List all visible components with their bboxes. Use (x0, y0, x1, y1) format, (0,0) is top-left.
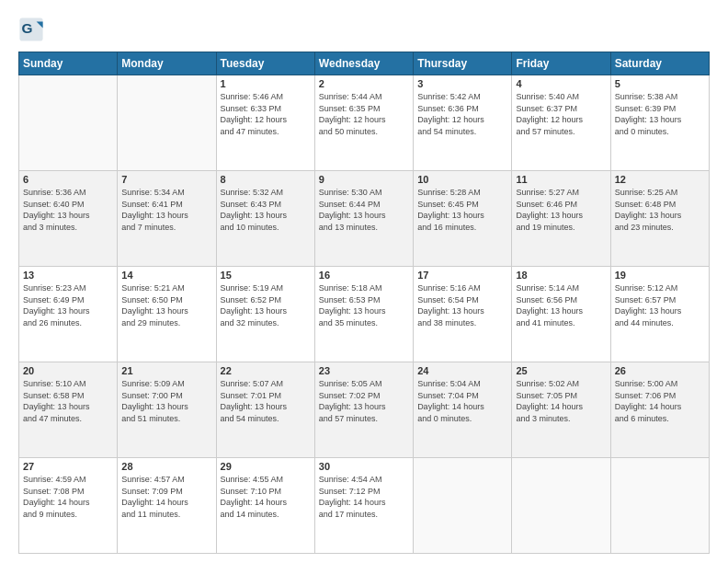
day-detail: Sunrise: 5:21 AMSunset: 6:50 PMDaylight:… (121, 282, 211, 328)
calendar-cell: 30Sunrise: 4:54 AMSunset: 7:12 PMDayligh… (314, 458, 413, 554)
svg-text:G: G (22, 20, 33, 36)
day-number: 22 (221, 365, 311, 376)
calendar-cell: 23Sunrise: 5:05 AMSunset: 7:02 PMDayligh… (314, 362, 413, 458)
calendar-cell: 9Sunrise: 5:30 AMSunset: 6:44 PMDaylight… (314, 171, 413, 267)
logo: G (18, 17, 48, 42)
calendar-cell: 5Sunrise: 5:38 AMSunset: 6:39 PMDaylight… (610, 75, 709, 171)
calendar-cell: 17Sunrise: 5:16 AMSunset: 6:54 PMDayligh… (414, 267, 512, 362)
calendar-cell: 11Sunrise: 5:27 AMSunset: 6:46 PMDayligh… (512, 171, 610, 267)
calendar-cell: 21Sunrise: 5:09 AMSunset: 7:00 PMDayligh… (118, 362, 216, 458)
calendar-cell: 15Sunrise: 5:19 AMSunset: 6:52 PMDayligh… (216, 267, 314, 362)
calendar-cell: 8Sunrise: 5:32 AMSunset: 6:43 PMDaylight… (216, 171, 314, 267)
day-detail: Sunrise: 5:38 AMSunset: 6:39 PMDaylight:… (615, 91, 705, 137)
day-detail: Sunrise: 4:59 AMSunset: 7:08 PMDaylight:… (23, 474, 113, 520)
header: G (18, 17, 710, 42)
day-number: 25 (516, 365, 606, 376)
day-detail: Sunrise: 4:55 AMSunset: 7:10 PMDaylight:… (221, 474, 311, 520)
day-number: 30 (319, 461, 409, 472)
calendar-header-saturday: Saturday (610, 52, 709, 75)
calendar-cell: 20Sunrise: 5:10 AMSunset: 6:58 PMDayligh… (19, 362, 118, 458)
calendar-header-monday: Monday (118, 52, 216, 75)
day-detail: Sunrise: 4:57 AMSunset: 7:09 PMDaylight:… (121, 474, 211, 520)
day-detail: Sunrise: 5:05 AMSunset: 7:02 PMDaylight:… (319, 378, 409, 424)
calendar-header-row: SundayMondayTuesdayWednesdayThursdayFrid… (19, 52, 710, 75)
day-number: 9 (319, 174, 409, 185)
day-number: 14 (121, 270, 211, 281)
calendar-cell: 26Sunrise: 5:00 AMSunset: 7:06 PMDayligh… (610, 362, 709, 458)
calendar-week-row: 1Sunrise: 5:46 AMSunset: 6:33 PMDaylight… (19, 75, 710, 171)
day-number: 18 (516, 270, 606, 281)
day-detail: Sunrise: 5:34 AMSunset: 6:41 PMDaylight:… (121, 187, 211, 233)
day-detail: Sunrise: 5:42 AMSunset: 6:36 PMDaylight:… (417, 91, 507, 137)
day-number: 17 (417, 270, 507, 281)
calendar-cell: 28Sunrise: 4:57 AMSunset: 7:09 PMDayligh… (118, 458, 216, 554)
day-detail: Sunrise: 5:46 AMSunset: 6:33 PMDaylight:… (221, 91, 311, 137)
calendar-week-row: 27Sunrise: 4:59 AMSunset: 7:08 PMDayligh… (19, 458, 710, 554)
day-detail: Sunrise: 5:36 AMSunset: 6:40 PMDaylight:… (23, 187, 113, 233)
calendar-cell: 13Sunrise: 5:23 AMSunset: 6:49 PMDayligh… (19, 267, 118, 362)
calendar-table: SundayMondayTuesdayWednesdayThursdayFrid… (18, 52, 710, 554)
day-detail: Sunrise: 5:18 AMSunset: 6:53 PMDaylight:… (319, 282, 409, 328)
day-detail: Sunrise: 5:09 AMSunset: 7:00 PMDaylight:… (121, 378, 211, 424)
day-number: 15 (221, 270, 311, 281)
calendar-cell: 1Sunrise: 5:46 AMSunset: 6:33 PMDaylight… (216, 75, 314, 171)
day-number: 8 (221, 174, 311, 185)
day-number: 24 (417, 365, 507, 376)
calendar-cell: 6Sunrise: 5:36 AMSunset: 6:40 PMDaylight… (19, 171, 118, 267)
day-detail: Sunrise: 5:28 AMSunset: 6:45 PMDaylight:… (417, 187, 507, 233)
calendar-week-row: 20Sunrise: 5:10 AMSunset: 6:58 PMDayligh… (19, 362, 710, 458)
calendar-week-row: 6Sunrise: 5:36 AMSunset: 6:40 PMDaylight… (19, 171, 710, 267)
day-number: 12 (615, 174, 705, 185)
calendar-cell: 4Sunrise: 5:40 AMSunset: 6:37 PMDaylight… (512, 75, 610, 171)
calendar-cell: 22Sunrise: 5:07 AMSunset: 7:01 PMDayligh… (216, 362, 314, 458)
calendar-cell: 29Sunrise: 4:55 AMSunset: 7:10 PMDayligh… (216, 458, 314, 554)
calendar-cell (118, 75, 216, 171)
day-number: 13 (23, 270, 113, 281)
day-detail: Sunrise: 5:23 AMSunset: 6:49 PMDaylight:… (23, 282, 113, 328)
calendar-week-row: 13Sunrise: 5:23 AMSunset: 6:49 PMDayligh… (19, 267, 710, 362)
day-number: 28 (121, 461, 211, 472)
day-number: 10 (417, 174, 507, 185)
calendar-cell (414, 458, 512, 554)
day-number: 23 (319, 365, 409, 376)
day-detail: Sunrise: 5:14 AMSunset: 6:56 PMDaylight:… (516, 282, 606, 328)
calendar-cell: 27Sunrise: 4:59 AMSunset: 7:08 PMDayligh… (19, 458, 118, 554)
day-detail: Sunrise: 5:00 AMSunset: 7:06 PMDaylight:… (615, 378, 705, 424)
calendar-cell: 24Sunrise: 5:04 AMSunset: 7:04 PMDayligh… (414, 362, 512, 458)
day-number: 26 (615, 365, 705, 376)
calendar-cell: 18Sunrise: 5:14 AMSunset: 6:56 PMDayligh… (512, 267, 610, 362)
day-number: 2 (319, 78, 409, 89)
calendar-cell: 19Sunrise: 5:12 AMSunset: 6:57 PMDayligh… (610, 267, 709, 362)
day-detail: Sunrise: 5:16 AMSunset: 6:54 PMDaylight:… (417, 282, 507, 328)
day-number: 16 (319, 270, 409, 281)
day-number: 7 (121, 174, 211, 185)
day-number: 19 (615, 270, 705, 281)
calendar-cell: 2Sunrise: 5:44 AMSunset: 6:35 PMDaylight… (314, 75, 413, 171)
calendar-cell: 7Sunrise: 5:34 AMSunset: 6:41 PMDaylight… (118, 171, 216, 267)
calendar-cell (19, 75, 118, 171)
calendar-header-thursday: Thursday (414, 52, 512, 75)
calendar-cell (610, 458, 709, 554)
day-number: 11 (516, 174, 606, 185)
day-number: 6 (23, 174, 113, 185)
day-detail: Sunrise: 5:02 AMSunset: 7:05 PMDaylight:… (516, 378, 606, 424)
day-detail: Sunrise: 5:44 AMSunset: 6:35 PMDaylight:… (319, 91, 409, 137)
calendar-header-wednesday: Wednesday (314, 52, 413, 75)
calendar-header-tuesday: Tuesday (216, 52, 314, 75)
calendar-header-sunday: Sunday (19, 52, 118, 75)
calendar-cell: 12Sunrise: 5:25 AMSunset: 6:48 PMDayligh… (610, 171, 709, 267)
calendar-cell: 3Sunrise: 5:42 AMSunset: 6:36 PMDaylight… (414, 75, 512, 171)
day-detail: Sunrise: 5:12 AMSunset: 6:57 PMDaylight:… (615, 282, 705, 328)
day-number: 29 (221, 461, 311, 472)
calendar-cell: 14Sunrise: 5:21 AMSunset: 6:50 PMDayligh… (118, 267, 216, 362)
day-detail: Sunrise: 5:19 AMSunset: 6:52 PMDaylight:… (221, 282, 311, 328)
calendar-cell (512, 458, 610, 554)
logo-icon: G (18, 17, 44, 42)
calendar-cell: 16Sunrise: 5:18 AMSunset: 6:53 PMDayligh… (314, 267, 413, 362)
day-number: 20 (23, 365, 113, 376)
day-detail: Sunrise: 5:10 AMSunset: 6:58 PMDaylight:… (23, 378, 113, 424)
day-detail: Sunrise: 5:32 AMSunset: 6:43 PMDaylight:… (221, 187, 311, 233)
day-detail: Sunrise: 5:07 AMSunset: 7:01 PMDaylight:… (221, 378, 311, 424)
calendar-cell: 25Sunrise: 5:02 AMSunset: 7:05 PMDayligh… (512, 362, 610, 458)
calendar-cell: 10Sunrise: 5:28 AMSunset: 6:45 PMDayligh… (414, 171, 512, 267)
